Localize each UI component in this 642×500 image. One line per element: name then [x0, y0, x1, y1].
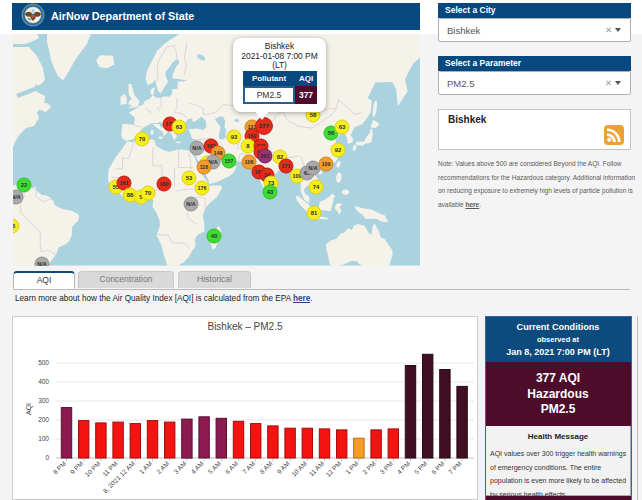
- svg-text:70: 70: [139, 136, 146, 142]
- svg-text:74: 74: [313, 184, 320, 190]
- svg-text:12 PM: 12 PM: [324, 460, 342, 478]
- svg-text:N/A: N/A: [192, 145, 201, 151]
- svg-text:200: 200: [38, 416, 49, 423]
- svg-text:500: 500: [38, 359, 49, 366]
- svg-text:58: 58: [310, 112, 317, 118]
- svg-text:300: 300: [38, 397, 49, 404]
- svg-text:40: 40: [211, 233, 218, 239]
- svg-text:2 AM: 2 AM: [155, 460, 170, 475]
- svg-text:92: 92: [335, 147, 342, 153]
- svg-text:22: 22: [21, 182, 28, 188]
- svg-text:3 AM: 3 AM: [172, 460, 187, 475]
- svg-text:5 AM: 5 AM: [207, 460, 222, 475]
- svg-text:261: 261: [261, 153, 270, 159]
- svg-text:100: 100: [38, 435, 49, 442]
- svg-text:4 AM: 4 AM: [189, 460, 204, 475]
- svg-text:9 AM: 9 AM: [275, 460, 290, 475]
- svg-text:3 PM: 3 PM: [378, 460, 394, 476]
- svg-text:63: 63: [176, 124, 183, 130]
- svg-text:43: 43: [267, 189, 274, 195]
- svg-text:6 AM: 6 AM: [224, 460, 239, 475]
- svg-text:180: 180: [160, 181, 169, 187]
- svg-text:8 PM: 8 PM: [52, 460, 68, 476]
- svg-text:Bishkek – PM2.5: Bishkek – PM2.5: [207, 321, 282, 332]
- svg-text:106: 106: [245, 159, 254, 165]
- svg-text:2 PM: 2 PM: [361, 460, 377, 476]
- svg-text:1 PM: 1 PM: [344, 460, 360, 476]
- svg-text:4 PM: 4 PM: [396, 460, 412, 476]
- svg-text:70: 70: [145, 190, 152, 196]
- svg-text:176: 176: [198, 185, 207, 191]
- svg-text:11 AM: 11 AM: [308, 460, 326, 478]
- svg-text:377: 377: [259, 122, 270, 129]
- svg-text:81: 81: [311, 210, 318, 216]
- svg-text:8, 2021 12 AM: 8, 2021 12 AM: [101, 460, 136, 495]
- svg-text:AQI: AQI: [25, 403, 33, 415]
- svg-text:1 AM: 1 AM: [138, 460, 153, 475]
- svg-text:157: 157: [225, 158, 234, 164]
- svg-text:N/A: N/A: [13, 194, 21, 200]
- svg-text:5 PM: 5 PM: [413, 460, 429, 476]
- svg-text:116: 116: [200, 164, 209, 170]
- svg-text:53: 53: [186, 175, 193, 181]
- svg-text:82: 82: [277, 154, 284, 160]
- svg-text:7 AM: 7 AM: [241, 460, 256, 475]
- svg-text:88: 88: [127, 192, 134, 198]
- svg-text:56: 56: [328, 130, 335, 136]
- svg-text:161: 161: [120, 180, 129, 186]
- svg-text:N/A: N/A: [37, 261, 46, 266]
- svg-text:400: 400: [38, 378, 49, 385]
- svg-text:63: 63: [339, 124, 346, 130]
- svg-text:109: 109: [322, 161, 331, 167]
- svg-text:162: 162: [248, 133, 257, 139]
- svg-text:10 PM: 10 PM: [83, 460, 101, 478]
- svg-text:6 PM: 6 PM: [430, 460, 446, 476]
- svg-text:10 AM: 10 AM: [290, 460, 308, 478]
- svg-text:0: 0: [45, 454, 49, 461]
- svg-text:171: 171: [282, 163, 291, 169]
- svg-text:8 AM: 8 AM: [258, 460, 273, 475]
- svg-text:N/A: N/A: [308, 165, 317, 171]
- svg-text:N/A: N/A: [186, 201, 195, 207]
- svg-text:93: 93: [231, 134, 238, 140]
- svg-text:7 PM: 7 PM: [447, 460, 463, 476]
